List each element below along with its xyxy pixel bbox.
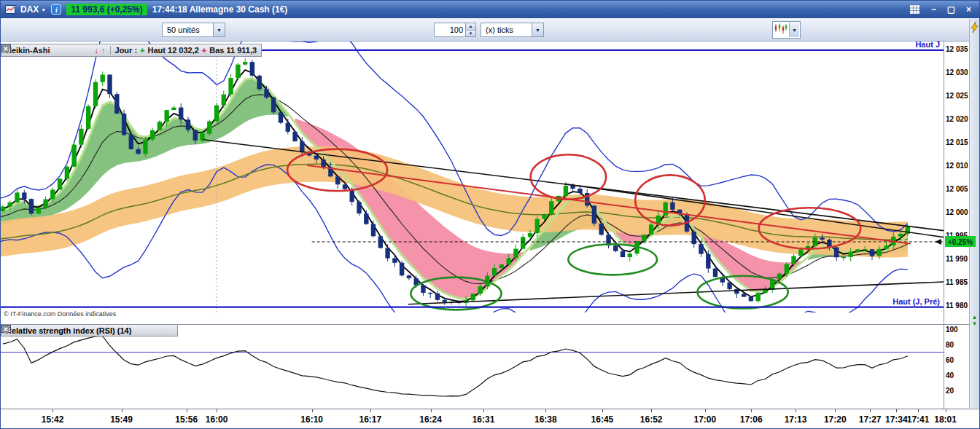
time-label: 16:24	[419, 414, 442, 425]
time-tick	[122, 409, 122, 412]
time-label: 18:01	[934, 414, 957, 425]
time-label: 15:42	[42, 414, 64, 425]
time-tick	[187, 409, 187, 412]
time-tick	[796, 409, 796, 412]
time-tick	[705, 409, 706, 412]
indicator-header: Heikin-Ashi ↓ ↑ Jour : + Haut 12 032,2 +…	[1, 44, 262, 57]
mini-candlestick-icon	[774, 22, 788, 38]
rsi-title: Relative strength index (RSI) (14)	[6, 326, 131, 335]
close-icon[interactable]	[81, 45, 92, 55]
info-icon[interactable]: i	[51, 4, 61, 15]
low-plus-sign: +	[202, 46, 206, 55]
settings-wrench-icon[interactable]	[134, 326, 145, 336]
trading-app-window: DAX ▼ i 11 993,6 (+0,25%) 17:44:18 Allem…	[0, 0, 980, 429]
svg-text:80: 80	[946, 341, 954, 349]
spinner-up-icon[interactable]: ▲	[466, 23, 475, 30]
time-tick	[602, 409, 603, 412]
symbol-label: DAX	[20, 4, 39, 15]
time-label: 17:41	[907, 414, 930, 425]
svg-text:40: 40	[946, 371, 954, 379]
ticks-count-spinner[interactable]: ▲ ▼	[466, 23, 476, 37]
last-price-arrow	[935, 239, 941, 245]
units-value: 50 unités	[162, 23, 213, 37]
time-axis: 15:4215:4915:5616:0016:1016:1716:2416:31…	[1, 409, 979, 428]
close-button[interactable]: ×	[962, 4, 975, 15]
svg-text:12 000: 12 000	[946, 208, 968, 216]
day-low-label: Bas 11 911,3	[209, 46, 257, 55]
time-label: 15:56	[175, 414, 198, 425]
window-icon[interactable]	[148, 326, 159, 336]
ticks-unit-value: (x) ticks	[481, 23, 532, 37]
svg-text:12 020: 12 020	[946, 115, 968, 123]
time-tick	[651, 409, 652, 412]
svg-text:12 010: 12 010	[946, 162, 968, 170]
ticks-setting-group: ▲ ▼ (x) ticks ▼	[434, 23, 544, 37]
minimize-button[interactable]: −	[928, 4, 940, 15]
svg-text:11 980: 11 980	[946, 302, 968, 310]
chart-style-button[interactable]: ▼	[772, 21, 801, 39]
high-plus-sign: +	[140, 46, 144, 55]
time-label: 17:27	[859, 414, 882, 425]
time-label: 16:52	[640, 414, 663, 425]
window-icon[interactable]	[67, 45, 78, 55]
time-label: 16:31	[472, 414, 495, 425]
spinner-down-icon[interactable]: ▼	[466, 30, 475, 37]
lightning-icon[interactable]	[971, 22, 979, 36]
time-label: 17:13	[785, 414, 807, 425]
symbol-selector[interactable]: DAX ▼	[20, 4, 46, 15]
grid-icon[interactable]	[910, 5, 919, 14]
time-tick	[918, 409, 919, 412]
time-label: 16:10	[300, 414, 323, 425]
time-tick	[52, 409, 53, 412]
session-info-label: 17:44:18 Allemagne 30 Cash (1€)	[152, 4, 288, 15]
time-tick	[870, 409, 871, 412]
ticks-unit-dropdown[interactable]: (x) ticks ▼	[481, 23, 544, 37]
time-tick	[946, 409, 946, 412]
time-label: 16:38	[534, 414, 557, 425]
time-tick	[835, 409, 836, 412]
time-label: 17:34	[885, 414, 908, 425]
units-dropdown[interactable]: 50 unités ▼	[162, 23, 225, 37]
main-chart[interactable]: Haut JHaut (J, Pré)12 03512 03012 02512 …	[1, 42, 980, 324]
toolbar: 50 unités ▼ ▲ ▼ (x) ticks ▼ ▼	[1, 18, 979, 42]
svg-text:60: 60	[946, 356, 954, 364]
time-tick	[545, 409, 546, 412]
chevron-down-icon: ▼	[789, 23, 799, 37]
close-icon[interactable]	[162, 326, 173, 336]
time-tick	[370, 409, 371, 412]
svg-text:12 030: 12 030	[946, 68, 968, 76]
maximize-button[interactable]: ▢	[945, 4, 957, 15]
svg-text:11 990: 11 990	[946, 255, 968, 263]
svg-text:+0,25%: +0,25%	[948, 238, 973, 246]
settings-wrench-icon[interactable]	[53, 45, 64, 55]
move-down-icon[interactable]: ↓	[95, 46, 99, 55]
plot-area[interactable]	[1, 42, 944, 324]
header-separator	[110, 46, 111, 55]
svg-text:12 015: 12 015	[946, 138, 968, 146]
chevron-down-icon: ▼	[41, 7, 46, 12]
rsi-chart[interactable]: 10080604020	[1, 325, 980, 409]
svg-text:11 985: 11 985	[946, 278, 968, 286]
rsi-header: Relative strength index (RSI) (14)	[1, 325, 178, 336]
svg-text:12 035: 12 035	[946, 45, 968, 53]
indicator-label: Heikin-Ashi	[6, 46, 50, 55]
price-badge: 11 993,6 (+0,25%)	[66, 4, 147, 15]
time-label: 17:06	[740, 414, 763, 425]
chevron-down-icon: ▼	[213, 23, 225, 37]
time-label: 17:00	[694, 414, 717, 425]
time-tick	[751, 409, 752, 412]
day-label: Jour :	[115, 46, 138, 55]
time-label: 16:45	[591, 414, 614, 425]
svg-text:12 005: 12 005	[946, 185, 968, 193]
time-label: 16:00	[206, 414, 228, 425]
level-line-label: Haut J	[915, 42, 940, 49]
svg-text:100: 100	[946, 326, 958, 334]
move-up-icon[interactable]: ↑	[101, 46, 106, 55]
svg-text:20: 20	[946, 387, 954, 395]
time-label: 15:49	[110, 414, 133, 425]
price-chart-panel: Haut JHaut (J, Pré)12 03512 03012 02512 …	[1, 42, 979, 324]
time-label: 16:17	[359, 414, 381, 425]
copyright-label: © IT-Finance.com Données indicatives	[4, 310, 117, 318]
chevron-down-icon: ▼	[532, 23, 544, 37]
ticks-count-input[interactable]	[434, 23, 466, 37]
